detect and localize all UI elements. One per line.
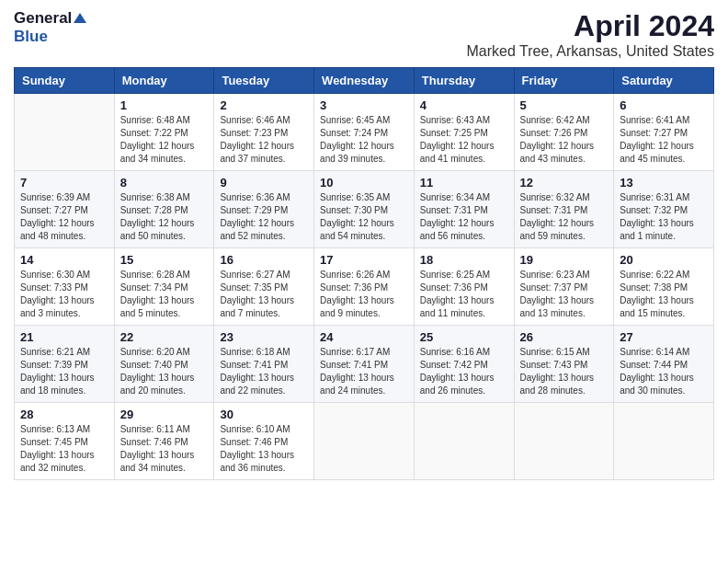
calendar-table: SundayMondayTuesdayWednesdayThursdayFrid… — [14, 67, 714, 480]
calendar-cell: 28Sunrise: 6:13 AMSunset: 7:45 PMDayligh… — [15, 403, 115, 480]
day-number: 1 — [120, 98, 209, 112]
day-number: 11 — [420, 176, 508, 190]
logo-general: General — [14, 9, 72, 28]
calendar-cell: 17Sunrise: 6:26 AMSunset: 7:36 PMDayligh… — [314, 248, 415, 326]
calendar-cell: 7Sunrise: 6:39 AMSunset: 7:27 PMDaylight… — [15, 171, 115, 248]
calendar-cell — [514, 403, 614, 480]
day-info: Sunrise: 6:27 AMSunset: 7:35 PMDaylight:… — [220, 269, 308, 320]
day-number: 4 — [420, 98, 508, 112]
day-info: Sunrise: 6:34 AMSunset: 7:31 PMDaylight:… — [420, 191, 508, 243]
day-info: Sunrise: 6:35 AMSunset: 7:30 PMDaylight:… — [320, 191, 408, 243]
calendar-cell: 18Sunrise: 6:25 AMSunset: 7:36 PMDayligh… — [414, 248, 514, 326]
day-number: 3 — [320, 98, 408, 112]
calendar-cell: 19Sunrise: 6:23 AMSunset: 7:37 PMDayligh… — [514, 248, 614, 326]
calendar-cell: 24Sunrise: 6:17 AMSunset: 7:41 PMDayligh… — [314, 326, 415, 403]
day-number: 8 — [120, 176, 209, 190]
day-of-week-header: Monday — [114, 68, 214, 94]
title-area: April 2024 Marked Tree, Arkansas, United… — [467, 9, 714, 60]
day-info: Sunrise: 6:41 AMSunset: 7:27 PMDaylight:… — [620, 114, 708, 166]
calendar-cell: 4Sunrise: 6:43 AMSunset: 7:25 PMDaylight… — [414, 94, 514, 171]
calendar-week-row: 21Sunrise: 6:21 AMSunset: 7:39 PMDayligh… — [15, 326, 714, 403]
calendar-cell: 11Sunrise: 6:34 AMSunset: 7:31 PMDayligh… — [414, 171, 514, 248]
day-info: Sunrise: 6:14 AMSunset: 7:44 PMDaylight:… — [620, 346, 708, 397]
day-info: Sunrise: 6:22 AMSunset: 7:38 PMDaylight:… — [620, 269, 708, 320]
calendar-cell: 1Sunrise: 6:48 AMSunset: 7:22 PMDaylight… — [114, 94, 214, 171]
day-info: Sunrise: 6:38 AMSunset: 7:28 PMDaylight:… — [120, 191, 209, 243]
day-number: 19 — [520, 253, 609, 267]
day-info: Sunrise: 6:26 AMSunset: 7:36 PMDaylight:… — [320, 269, 408, 320]
day-number: 22 — [120, 330, 209, 344]
day-number: 20 — [620, 253, 708, 267]
day-info: Sunrise: 6:21 AMSunset: 7:39 PMDaylight:… — [20, 346, 108, 397]
day-info: Sunrise: 6:42 AMSunset: 7:26 PMDaylight:… — [520, 114, 609, 166]
calendar-cell: 27Sunrise: 6:14 AMSunset: 7:44 PMDayligh… — [614, 326, 714, 403]
day-number: 26 — [520, 330, 609, 344]
calendar-week-row: 28Sunrise: 6:13 AMSunset: 7:45 PMDayligh… — [15, 403, 714, 480]
day-info: Sunrise: 6:30 AMSunset: 7:33 PMDaylight:… — [20, 269, 108, 320]
day-number: 13 — [620, 176, 708, 190]
day-info: Sunrise: 6:23 AMSunset: 7:37 PMDaylight:… — [520, 269, 609, 320]
calendar-cell: 9Sunrise: 6:36 AMSunset: 7:29 PMDaylight… — [214, 171, 314, 248]
calendar-cell: 25Sunrise: 6:16 AMSunset: 7:42 PMDayligh… — [414, 326, 514, 403]
calendar-cell — [414, 403, 514, 480]
day-info: Sunrise: 6:45 AMSunset: 7:24 PMDaylight:… — [320, 114, 408, 166]
day-number: 23 — [220, 330, 308, 344]
calendar-cell: 30Sunrise: 6:10 AMSunset: 7:46 PMDayligh… — [214, 403, 314, 480]
calendar-cell: 23Sunrise: 6:18 AMSunset: 7:41 PMDayligh… — [214, 326, 314, 403]
day-header-row: SundayMondayTuesdayWednesdayThursdayFrid… — [15, 68, 714, 94]
day-info: Sunrise: 6:39 AMSunset: 7:27 PMDaylight:… — [20, 191, 108, 243]
calendar-cell: 14Sunrise: 6:30 AMSunset: 7:33 PMDayligh… — [15, 248, 115, 326]
day-info: Sunrise: 6:32 AMSunset: 7:31 PMDaylight:… — [520, 191, 609, 243]
day-of-week-header: Friday — [514, 68, 614, 94]
calendar-cell — [314, 403, 415, 480]
day-info: Sunrise: 6:18 AMSunset: 7:41 PMDaylight:… — [220, 346, 308, 397]
day-info: Sunrise: 6:43 AMSunset: 7:25 PMDaylight:… — [420, 114, 508, 166]
logo: General Blue — [14, 9, 86, 47]
calendar-week-row: 1Sunrise: 6:48 AMSunset: 7:22 PMDaylight… — [15, 94, 714, 171]
day-info: Sunrise: 6:10 AMSunset: 7:46 PMDaylight:… — [220, 423, 308, 475]
calendar-week-row: 14Sunrise: 6:30 AMSunset: 7:33 PMDayligh… — [15, 248, 714, 326]
day-number: 16 — [220, 253, 308, 267]
page-title: April 2024 — [467, 9, 714, 43]
day-info: Sunrise: 6:46 AMSunset: 7:23 PMDaylight:… — [220, 114, 308, 166]
calendar-body: 1Sunrise: 6:48 AMSunset: 7:22 PMDaylight… — [15, 94, 714, 480]
calendar-cell: 6Sunrise: 6:41 AMSunset: 7:27 PMDaylight… — [614, 94, 714, 171]
day-info: Sunrise: 6:31 AMSunset: 7:32 PMDaylight:… — [620, 191, 708, 243]
day-number: 12 — [520, 176, 609, 190]
calendar-header: SundayMondayTuesdayWednesdayThursdayFrid… — [15, 68, 714, 94]
day-of-week-header: Sunday — [15, 68, 115, 94]
day-of-week-header: Wednesday — [314, 68, 415, 94]
day-info: Sunrise: 6:36 AMSunset: 7:29 PMDaylight:… — [220, 191, 308, 243]
calendar-cell: 26Sunrise: 6:15 AMSunset: 7:43 PMDayligh… — [514, 326, 614, 403]
day-number: 21 — [20, 330, 108, 344]
calendar-week-row: 7Sunrise: 6:39 AMSunset: 7:27 PMDaylight… — [15, 171, 714, 248]
day-info: Sunrise: 6:17 AMSunset: 7:41 PMDaylight:… — [320, 346, 408, 397]
day-number: 9 — [220, 176, 308, 190]
calendar-cell: 29Sunrise: 6:11 AMSunset: 7:46 PMDayligh… — [114, 403, 214, 480]
day-number: 14 — [20, 253, 108, 267]
day-number: 29 — [120, 408, 209, 421]
calendar-cell: 3Sunrise: 6:45 AMSunset: 7:24 PMDaylight… — [314, 94, 415, 171]
day-number: 6 — [620, 98, 708, 112]
day-number: 5 — [520, 98, 609, 112]
calendar-cell: 20Sunrise: 6:22 AMSunset: 7:38 PMDayligh… — [614, 248, 714, 326]
day-number: 24 — [320, 330, 408, 344]
day-of-week-header: Saturday — [614, 68, 714, 94]
day-number: 25 — [420, 330, 508, 344]
calendar-cell: 13Sunrise: 6:31 AMSunset: 7:32 PMDayligh… — [614, 171, 714, 248]
day-number: 7 — [20, 176, 108, 190]
day-of-week-header: Tuesday — [214, 68, 314, 94]
day-info: Sunrise: 6:11 AMSunset: 7:46 PMDaylight:… — [120, 423, 209, 475]
calendar-cell: 16Sunrise: 6:27 AMSunset: 7:35 PMDayligh… — [214, 248, 314, 326]
day-of-week-header: Thursday — [414, 68, 514, 94]
day-number: 28 — [20, 408, 108, 421]
page-subtitle: Marked Tree, Arkansas, United States — [467, 43, 714, 60]
day-info: Sunrise: 6:15 AMSunset: 7:43 PMDaylight:… — [520, 346, 609, 397]
day-number: 27 — [620, 330, 708, 344]
day-info: Sunrise: 6:28 AMSunset: 7:34 PMDaylight:… — [120, 269, 209, 320]
day-info: Sunrise: 6:25 AMSunset: 7:36 PMDaylight:… — [420, 269, 508, 320]
logo-triangle-icon — [74, 13, 86, 23]
day-number: 17 — [320, 253, 408, 267]
calendar-cell: 15Sunrise: 6:28 AMSunset: 7:34 PMDayligh… — [114, 248, 214, 326]
day-info: Sunrise: 6:13 AMSunset: 7:45 PMDaylight:… — [20, 423, 108, 475]
